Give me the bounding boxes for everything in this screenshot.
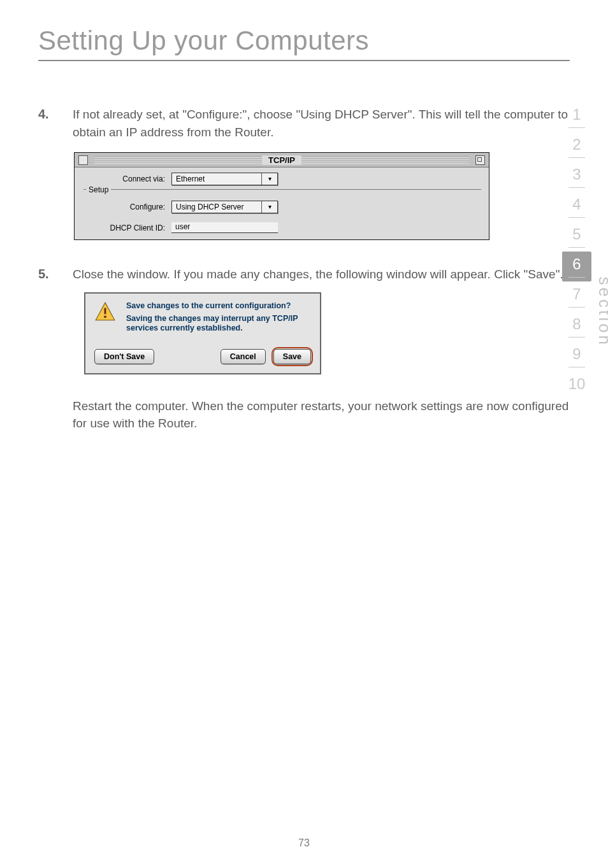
step-4-number: 4. [38, 106, 73, 122]
tcpip-title: TCP/IP [262, 155, 301, 165]
chevron-updown-icon: ▾ [261, 201, 275, 213]
closing-paragraph: Restart the computer. When the computer … [73, 397, 570, 432]
section-nav-1[interactable]: 1 [562, 102, 591, 132]
setup-group-label: Setup [86, 185, 111, 194]
section-nav-6[interactable]: 6 [562, 252, 591, 281]
tcpip-window: TCP/IP Connect via: Ethernet ▾ Setup Con… [74, 152, 489, 240]
dont-save-button[interactable]: Don't Save [94, 349, 154, 364]
configure-label: Configure: [82, 203, 171, 211]
alert-icon [94, 301, 116, 323]
titlebar-stripes [94, 156, 279, 164]
step-5-number: 5. [38, 266, 73, 281]
close-icon[interactable] [78, 155, 88, 165]
step-5: 5. Close the window. If you made any cha… [38, 266, 570, 283]
cancel-button[interactable]: Cancel [221, 349, 266, 364]
section-nav-5[interactable]: 5 [562, 222, 591, 252]
section-nav-9[interactable]: 9 [562, 341, 591, 371]
svg-rect-1 [105, 308, 106, 314]
titlebar-stripes [284, 156, 469, 164]
connect-via-value: Ethernet [176, 174, 261, 183]
dialog-heading: Save changes to the current configuratio… [126, 301, 311, 310]
svg-point-2 [104, 315, 106, 318]
section-nav-4[interactable]: 4 [562, 192, 591, 222]
chevron-updown-icon: ▾ [261, 173, 275, 185]
page-number: 73 [298, 837, 310, 849]
step-4: 4. If not already set, at "Configure:", … [38, 106, 570, 141]
section-label: section [595, 277, 608, 347]
configure-select[interactable]: Using DHCP Server ▾ [171, 201, 278, 213]
dialog-message: Saving the changes may interrupt any TCP… [126, 314, 311, 334]
section-nav-8[interactable]: 8 [562, 311, 591, 341]
section-nav-3[interactable]: 3 [562, 162, 591, 192]
save-button[interactable]: Save [273, 349, 311, 364]
section-nav-2[interactable]: 2 [562, 132, 591, 162]
connect-via-label: Connect via: [82, 174, 171, 183]
header-divider [38, 60, 570, 61]
tcpip-titlebar: TCP/IP [75, 153, 489, 167]
zoom-icon[interactable] [475, 155, 485, 165]
step-4-text: If not already set, at "Configure:", cho… [73, 106, 570, 141]
connect-via-select[interactable]: Ethernet ▾ [171, 173, 278, 185]
section-nav-7[interactable]: 7 [562, 281, 591, 311]
dhcp-client-input[interactable]: user [171, 222, 278, 233]
section-nav-10[interactable]: 10 [562, 371, 591, 397]
dhcp-client-label: DHCP Client ID: [82, 224, 171, 232]
save-dialog: Save changes to the current configuratio… [84, 292, 321, 374]
section-nav: 1 2 3 4 5 6 7 8 9 10 [562, 102, 591, 397]
configure-value: Using DHCP Server [176, 203, 261, 211]
page-title: Setting Up your Computers [38, 25, 570, 56]
step-5-text: Close the window. If you made any change… [73, 266, 570, 283]
